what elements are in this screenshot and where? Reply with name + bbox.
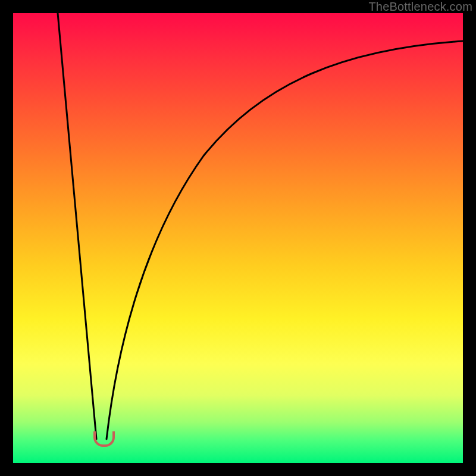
plot-frame (13, 13, 463, 463)
bottleneck-curve (13, 13, 463, 463)
watermark-text: TheBottleneck.com (368, 0, 472, 14)
curve-right-branch (107, 41, 463, 439)
curve-left-branch (58, 13, 96, 439)
